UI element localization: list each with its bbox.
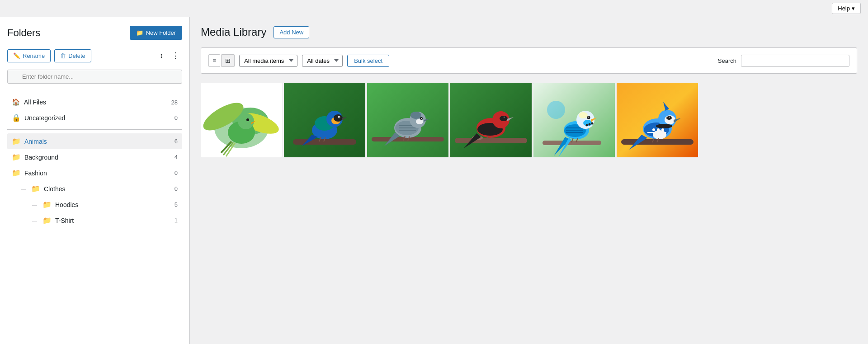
grid-view-icon: ⊞ <box>225 57 231 64</box>
list-view-icon: ≡ <box>212 57 216 64</box>
folder-list: 🏠 All Files 28 🔒 Uncategorized 0 📁 Anima… <box>7 94 182 228</box>
svg-point-92 <box>669 117 670 118</box>
help-label: Help <box>838 5 850 12</box>
sidebar-title: Folders <box>7 27 40 39</box>
folder-item-name: Clothes <box>44 185 165 193</box>
svg-point-67 <box>586 124 588 127</box>
more-options-button[interactable]: ⋮ <box>169 49 182 62</box>
media-item[interactable] <box>367 83 448 157</box>
content-header: Media Library Add New <box>201 26 857 38</box>
folder-item-name: All Files <box>24 99 165 106</box>
sidebar-item-uncategorized[interactable]: 🔒 Uncategorized 0 <box>7 110 182 126</box>
divider <box>7 129 182 130</box>
bulk-select-button[interactable]: Bulk select <box>347 55 389 67</box>
main-layout: Folders 📁 New Folder ✏️ Rename 🗑 Delete … <box>0 17 868 344</box>
sidebar-item-clothes[interactable]: — 📁 Clothes 0 <box>7 181 182 197</box>
folder-name-wrapper: 📁 <box>7 70 182 89</box>
add-new-button[interactable]: Add New <box>274 26 309 38</box>
delete-label: Delete <box>68 52 85 59</box>
sidebar: Folders 📁 New Folder ✏️ Rename 🗑 Delete … <box>0 17 190 344</box>
svg-point-66 <box>579 112 588 118</box>
new-folder-button[interactable]: 📁 New Folder <box>130 26 182 40</box>
image-grid <box>201 83 857 157</box>
media-item[interactable] <box>450 83 532 157</box>
sidebar-item-tshirt[interactable]: — 📁 T-Shirt 1 <box>7 212 182 228</box>
sidebar-header: Folders 📁 New Folder <box>7 26 182 40</box>
media-item[interactable] <box>533 83 615 157</box>
svg-point-21 <box>339 117 340 118</box>
rename-icon: ✏️ <box>13 52 20 59</box>
sidebar-item-all-files[interactable]: 🏠 All Files 28 <box>7 94 182 110</box>
folder-item-name: Hoodies <box>55 201 165 208</box>
media-item[interactable] <box>284 83 365 157</box>
new-folder-label: New Folder <box>146 29 176 36</box>
svg-point-72 <box>588 117 589 118</box>
sidebar-item-animals[interactable]: 📁 Animals 6 <box>7 133 182 149</box>
svg-point-80 <box>652 128 655 131</box>
delete-button[interactable]: 🗑 Delete <box>54 49 91 62</box>
new-folder-icon: 📁 <box>136 29 143 36</box>
grid-view-button[interactable]: ⊞ <box>221 54 235 67</box>
list-view-button[interactable]: ≡ <box>208 54 220 67</box>
svg-point-34 <box>416 119 423 124</box>
sidebar-item-background[interactable]: 📁 Background 4 <box>7 149 182 165</box>
folder-filled-icon: 📁 <box>31 184 40 193</box>
search-input[interactable] <box>741 55 849 67</box>
sort-button[interactable]: ↕️ <box>158 50 165 61</box>
svg-point-55 <box>547 101 565 119</box>
svg-point-68 <box>589 123 591 126</box>
more-icon: ⋮ <box>171 51 179 60</box>
folder-item-count: 0 <box>169 170 178 176</box>
sort-icon: ↕️ <box>160 52 163 59</box>
folder-item-count: 28 <box>169 99 178 106</box>
filter-bar: ≡ ⊞ All media items All dates Bulk selec… <box>201 47 857 74</box>
help-button[interactable]: Help ▾ <box>832 3 861 14</box>
folder-item-name: Uncategorized <box>24 114 165 122</box>
folder-item-name: Animals <box>24 138 165 145</box>
folder-filled-icon: 📁 <box>12 137 21 146</box>
svg-point-37 <box>421 118 422 119</box>
media-item[interactable] <box>201 83 282 157</box>
svg-point-69 <box>591 123 594 125</box>
folder-item-count: 1 <box>169 217 178 224</box>
sidebar-toolbar: ✏️ Rename 🗑 Delete ↕️ ⋮ <box>7 49 182 62</box>
folder-filled-icon: 📁 <box>42 216 52 225</box>
folder-item-name: Background <box>24 154 165 161</box>
sidebar-item-hoodies[interactable]: — 📁 Hoodies 5 <box>7 197 182 212</box>
svg-point-18 <box>334 114 343 122</box>
folder-item-name: T-Shirt <box>55 217 165 224</box>
folder-item-count: 5 <box>169 201 178 208</box>
connector-line: — <box>32 218 37 223</box>
delete-icon: 🗑 <box>60 52 66 59</box>
folder-name-input[interactable] <box>7 70 182 84</box>
help-chevron-icon: ▾ <box>852 5 855 12</box>
folder-item-count: 6 <box>169 138 178 145</box>
svg-rect-54 <box>533 83 615 157</box>
media-item[interactable] <box>617 83 698 157</box>
folder-item-count: 0 <box>169 185 178 192</box>
date-filter-select[interactable]: All dates <box>302 55 343 67</box>
connector-line: — <box>21 186 26 192</box>
top-bar: Help ▾ <box>0 0 868 17</box>
folder-item-name: Fashion <box>24 170 165 177</box>
content-area: Media Library Add New ≡ ⊞ All media item… <box>190 17 868 344</box>
svg-point-48 <box>500 116 508 121</box>
svg-point-33 <box>410 112 421 119</box>
search-label: Search <box>718 57 736 64</box>
svg-point-50 <box>504 117 506 119</box>
svg-point-51 <box>504 117 505 118</box>
view-toggle: ≡ ⊞ <box>208 54 235 67</box>
sidebar-item-fashion[interactable]: 📁 Fashion 0 <box>7 165 182 181</box>
svg-point-91 <box>669 116 671 119</box>
folder-outline-icon: 🔒 <box>12 113 21 122</box>
home-icon: 🏠 <box>12 98 20 106</box>
media-filter-select[interactable]: All media items <box>239 55 297 67</box>
svg-point-71 <box>587 116 590 119</box>
rename-label: Rename <box>23 52 45 59</box>
svg-point-8 <box>246 118 249 121</box>
folder-item-count: 0 <box>169 114 178 121</box>
connector-line: — <box>32 202 37 207</box>
folder-filled-icon: 📁 <box>12 169 21 177</box>
svg-point-6 <box>238 113 254 129</box>
rename-button[interactable]: ✏️ Rename <box>7 49 51 62</box>
